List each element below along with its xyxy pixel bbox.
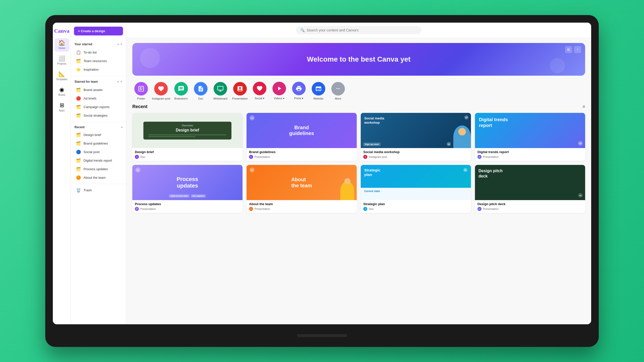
design-type-instagram-post[interactable]: Instagram post: [152, 82, 170, 100]
projects-icon: ⬜: [58, 56, 65, 61]
design-card-social-workshop[interactable]: co Social mediaworkshop Sign up now! co …: [361, 113, 471, 161]
sidebar-item-templates[interactable]: 📐 Templates: [54, 69, 69, 83]
templates-icon: 📐: [58, 71, 65, 77]
sidebar-icon-nav: Canva 🏠 Home ⬜ Projects 📐 Templates ◉ Br…: [53, 23, 71, 324]
social-workshop-title: Social media workshop: [363, 150, 468, 154]
brand-guidelines-info: Brand guidelines B Presentation: [247, 148, 357, 161]
brand-assets-icon: 🗂️: [76, 87, 81, 92]
design-card-digital-trends[interactable]: Digital trendsreport co Digital trends r…: [475, 113, 585, 161]
nav-social-strategies[interactable]: 🗂️ Social strategies: [72, 111, 125, 120]
design-type-presentation[interactable]: Presentation: [231, 82, 249, 100]
nav-design-brief[interactable]: 🗂️ Design brief: [72, 131, 125, 139]
social-strategies-label: Social strategies: [84, 114, 107, 117]
recent-sidebar-header: Recent ▾: [71, 124, 126, 130]
nav-process-updates[interactable]: 🗂️ Process updates: [72, 165, 125, 173]
process-updates-sidebar-icon: 🗂️: [76, 167, 81, 171]
sidebar-brand-label: Brand: [58, 94, 65, 97]
nav-ad-briefs[interactable]: 🔴 Ad briefs: [72, 94, 125, 103]
about-team-title: About the team: [249, 202, 354, 206]
about-team-type: Presentation: [255, 207, 270, 210]
digital-trends-title: Digital trends report: [477, 150, 583, 154]
nav-trash[interactable]: 🗑️ Trash: [72, 186, 125, 194]
nav-inspiration[interactable]: ⭐ Inspiration: [72, 65, 125, 74]
process-updates-avatar: P: [135, 207, 139, 211]
nav-brand-guidelines[interactable]: 🗂️ Brand guidelines: [72, 139, 125, 148]
design-type-website[interactable]: Website: [310, 82, 327, 100]
banner-icon-share[interactable]: ↑: [574, 46, 581, 53]
videos-label: Videos ▾: [274, 97, 285, 100]
divider-3: [71, 184, 126, 184]
design-type-prints[interactable]: Prints ▾: [290, 82, 308, 100]
design-type-social[interactable]: Social ▾: [251, 82, 268, 100]
social-post-sidebar-label: Social post: [84, 150, 100, 154]
brand-guidelines-thumb: co Brandguidelines: [247, 113, 357, 148]
process-updates-type: Presentation: [140, 207, 156, 210]
nav-about-team[interactable]: 🟠 About the team: [72, 173, 125, 182]
brand-guidelines-title: Brand guidelines: [249, 150, 354, 154]
sidebar-item-apps[interactable]: ⊞ Apps: [54, 101, 69, 114]
brand-guidelines-meta: B Presentation: [249, 155, 354, 159]
recent-header: Recent ≡: [132, 104, 585, 109]
design-type-more[interactable]: ··· More: [329, 82, 347, 100]
process-updates-info: Process updates P Presentation: [132, 200, 243, 213]
nav-campaign-reports[interactable]: 🗂️ Campaign reports: [72, 103, 125, 111]
about-team-meta: A Presentation: [249, 207, 354, 211]
strategic-plan-thumb: Strategicplan co Current state: [361, 165, 471, 200]
search-bar-container[interactable]: 🔍: [296, 26, 422, 34]
nav-to-do-list[interactable]: 📋 To-do list: [72, 48, 125, 57]
your-starred-header: Your starred ▾ +: [71, 40, 126, 48]
process-updates-meta: P Presentation: [135, 207, 240, 211]
design-card-brand-guidelines[interactable]: co Brandguidelines Brand guidelines B Pr…: [247, 113, 357, 161]
social-workshop-thumb: co Social mediaworkshop Sign up now! co: [361, 113, 471, 148]
sidebar-item-home[interactable]: 🏠 Home: [54, 38, 69, 52]
design-type-doc[interactable]: Doc: [192, 82, 210, 100]
sidebar-item-brand[interactable]: ◉ Brand: [54, 85, 69, 99]
recent-section: Recent ≡ Overview Design brief: [126, 104, 591, 219]
list-view-icon[interactable]: ≡: [582, 104, 585, 109]
doc-label: Doc: [198, 97, 203, 100]
prints-label: Prints ▾: [294, 97, 303, 100]
process-updates-thumb: co Processupdates View current state See…: [132, 165, 243, 200]
nav-brand-assets[interactable]: 🗂️ Brand assets: [72, 86, 125, 94]
social-workshop-info: Social media workshop S Instagram post: [361, 148, 471, 161]
nav-social-post[interactable]: 🔵 Social post: [72, 148, 125, 156]
banner-action-icons: ⧉ ↑: [565, 46, 581, 53]
prints-circle: [292, 82, 306, 95]
social-strategies-icon: 🗂️: [76, 113, 81, 118]
design-pitch-title: Design pitch deck: [477, 202, 583, 206]
design-brief-thumb: Overview Design brief: [132, 113, 243, 148]
nav-team-resources[interactable]: 🗂️ Team resources: [72, 57, 125, 65]
search-input[interactable]: [307, 28, 417, 32]
strategic-plan-meta: S Doc: [363, 207, 468, 211]
digital-trends-sidebar-icon: 🗂️: [76, 158, 81, 163]
design-type-row: Poster Instagram post Brainstorm: [126, 80, 591, 104]
design-card-design-brief[interactable]: Overview Design brief Design brief D Doc: [132, 113, 243, 161]
starred-team-add[interactable]: +: [120, 79, 123, 84]
laptop-base: [53, 324, 591, 344]
doc-circle: [194, 82, 208, 96]
design-card-strategic-plan[interactable]: Strategicplan co Current state Strategic…: [361, 165, 471, 213]
laptop-notch: [297, 334, 347, 337]
design-pitch-avatar: D: [477, 207, 481, 211]
design-type-brainstorm[interactable]: Brainstorm: [172, 82, 190, 100]
nav-digital-trends[interactable]: 🗂️ Digital trends report: [72, 156, 125, 165]
ad-briefs-label: Ad briefs: [84, 97, 96, 100]
campaign-reports-label: Campaign reports: [84, 105, 109, 109]
design-pitch-thumb: Design pitchdeck co: [475, 165, 585, 200]
design-type-poster[interactable]: Poster: [132, 82, 150, 100]
design-type-whiteboard[interactable]: Whiteboard: [212, 82, 229, 100]
sidebar-item-projects[interactable]: ⬜ Projects: [54, 54, 69, 67]
banner-icon-copy[interactable]: ⧉: [565, 46, 572, 53]
design-brief-avatar: D: [135, 155, 139, 159]
design-card-about-team[interactable]: co Aboutthe team About the team A Pre: [247, 165, 357, 213]
create-design-button[interactable]: + Create a design: [74, 27, 123, 35]
design-type-videos[interactable]: Videos ▾: [270, 82, 288, 100]
strategic-plan-title: Strategic plan: [363, 202, 468, 206]
design-card-process-updates[interactable]: co Processupdates View current state See…: [132, 165, 243, 213]
design-card-design-pitch[interactable]: Design pitchdeck co Design pitch deck D …: [475, 165, 585, 213]
divider-1: [71, 76, 126, 76]
design-brief-title: Design brief: [135, 150, 240, 154]
presentation-circle: [233, 82, 247, 96]
your-starred-add[interactable]: +: [120, 42, 123, 47]
brand-guidelines-type: Presentation: [255, 155, 270, 158]
